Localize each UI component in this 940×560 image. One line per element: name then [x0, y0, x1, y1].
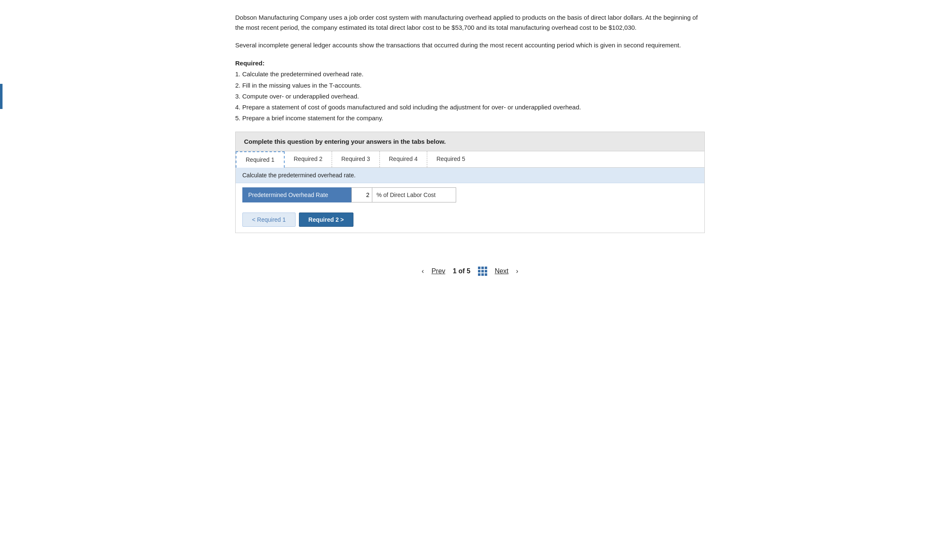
prev-required-button[interactable]: < Required 1 — [242, 213, 296, 227]
prev-chevron-icon: ‹ — [422, 267, 424, 275]
tab-required-2[interactable]: Required 2 — [285, 151, 332, 167]
left-border-decoration — [0, 84, 3, 109]
required-item-1: 1. Calculate the predetermined overhead … — [235, 69, 705, 80]
tabs-row: Required 1 Required 2 Required 3 Require… — [236, 151, 704, 168]
required-item-2: 2. Fill in the missing values in the T-a… — [235, 80, 705, 91]
tab-required-3[interactable]: Required 3 — [332, 151, 380, 167]
grid-view-icon[interactable] — [478, 267, 487, 276]
next-page-link[interactable]: Next — [495, 267, 509, 275]
unit-label: % of Direct Labor Cost — [372, 187, 456, 202]
tabs-and-content-area: Required 1 Required 2 Required 3 Require… — [235, 151, 705, 233]
tab-subtitle: Calculate the predetermined overhead rat… — [236, 168, 704, 183]
instruction-text: Complete this question by entering your … — [244, 138, 446, 145]
tab-content-area: Calculate the predetermined overhead rat… — [236, 168, 704, 233]
required-heading: Required: — [235, 58, 705, 69]
predetermined-overhead-rate-label: Predetermined Overhead Rate — [242, 187, 351, 202]
current-page: 1 of 5 — [453, 267, 470, 275]
bottom-navigation: ‹ Prev 1 of 5 Next › — [235, 267, 705, 276]
page-container: Dobson Manufacturing Company uses a job … — [218, 0, 722, 293]
required-item-4: 4. Prepare a statement of cost of goods … — [235, 102, 705, 113]
overhead-rate-input[interactable] — [351, 187, 372, 202]
required-item-5: 5. Prepare a brief income statement for … — [235, 113, 705, 124]
next-chevron-icon: › — [516, 267, 518, 275]
tab-required-4[interactable]: Required 4 — [380, 151, 428, 167]
required-section: Required: 1. Calculate the predetermined… — [235, 58, 705, 124]
problem-paragraph-2: Several incomplete general ledger accoun… — [235, 40, 705, 50]
problem-paragraph-1: Dobson Manufacturing Company uses a job … — [235, 13, 705, 33]
prev-page-link[interactable]: Prev — [431, 267, 445, 275]
next-required-button[interactable]: Required 2 > — [299, 213, 353, 227]
nav-buttons: < Required 1 Required 2 > — [236, 207, 704, 233]
tab-required-1[interactable]: Required 1 — [236, 151, 285, 168]
instruction-box: Complete this question by entering your … — [235, 132, 705, 151]
required-item-3: 3. Compute over- or underapplied overhea… — [235, 91, 705, 102]
tab-required-5[interactable]: Required 5 — [427, 151, 475, 167]
answer-row: Predetermined Overhead Rate % of Direct … — [236, 183, 704, 207]
